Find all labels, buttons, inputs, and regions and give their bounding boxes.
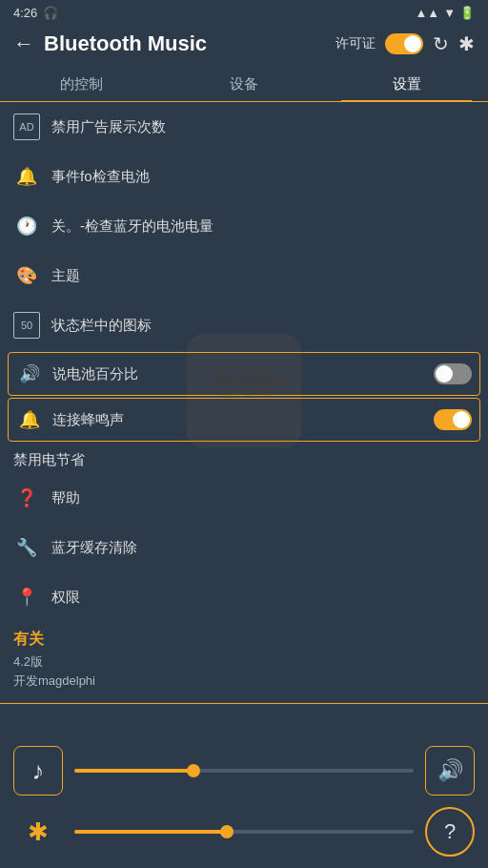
status-left: 4:26 🎧 <box>13 6 58 20</box>
connect-beep-label: 连接蜂鸣声 <box>52 411 424 429</box>
about-title: 有关 <box>13 630 475 650</box>
volume-button[interactable]: 🔊 <box>425 746 475 796</box>
bluetooth-header-icon[interactable]: ✱ <box>458 32 475 55</box>
about-section: 有关 4.2版 开发magdelphi <box>0 622 488 697</box>
connect-beep-toggle[interactable] <box>434 409 472 430</box>
back-button[interactable]: ← <box>13 31 34 56</box>
permit-toggle[interactable] <box>385 33 423 54</box>
refresh-icon[interactable]: ↻ <box>433 32 449 55</box>
bt-cache-label: 蓝牙缓存清除 <box>51 539 475 557</box>
bt-battery-label: 关。-检查蓝牙的电池电量 <box>51 217 475 236</box>
battery-check-label: 事件fo检查电池 <box>51 168 475 186</box>
clock-icon: 🕐 <box>13 213 40 239</box>
bell2-icon: 🔔 <box>16 406 43 433</box>
settings-item-bt-battery[interactable]: 🕐 关。-检查蓝牙的电池电量 <box>0 201 488 251</box>
volume-thumb[interactable] <box>187 764 200 777</box>
location-icon: 📍 <box>13 584 40 610</box>
volume-row: ♪ 🔊 <box>13 746 475 796</box>
about-version: 4.2版 <box>13 653 475 671</box>
toggle-battery-percent[interactable]: 🔊 说电池百分比 <box>8 352 480 396</box>
volume-fill <box>74 769 193 773</box>
toggle-connect-beep[interactable]: 🔔 连接蜂鸣声 <box>8 398 480 442</box>
settings-item-permissions[interactable]: 📍 权限 <box>0 572 488 622</box>
help-circle-button[interactable]: ? <box>425 807 475 857</box>
permissions-label: 权限 <box>51 589 475 607</box>
statusbar-icon: 50 <box>13 312 40 339</box>
help-circle-icon: ? <box>444 819 456 844</box>
permit-toggle-knob <box>404 35 421 52</box>
settings-item-bt-cache[interactable]: 🔧 蓝牙缓存清除 <box>0 523 488 572</box>
permit-label: 许可证 <box>336 35 376 52</box>
header-right: 许可证 ↻ ✱ <box>336 32 475 55</box>
battery-percent-knob <box>436 365 453 382</box>
page-title: Bluetooth Music <box>44 31 326 56</box>
wifi-icon: ▼ <box>443 6 456 20</box>
status-time: 4:26 <box>13 6 37 20</box>
settings-item-statusbar[interactable]: 50 状态栏中的图标 <box>0 300 488 350</box>
ads-label: 禁用广告展示次数 <box>51 118 475 136</box>
header: ← Bluetooth Music 许可证 ↻ ✱ <box>0 24 488 66</box>
tab-bar: 的控制 设备 设置 <box>0 66 488 102</box>
settings-list: AD 禁用广告展示次数 🔔 事件fo检查电池 🕐 关。-检查蓝牙的电池电量 🎨 … <box>0 102 488 704</box>
bt-thumb[interactable] <box>220 825 234 838</box>
theme-icon: 🎨 <box>13 262 40 289</box>
battery-percent-toggle[interactable] <box>434 363 472 384</box>
bell-icon: 🔔 <box>13 163 40 190</box>
bt-fill <box>74 830 227 834</box>
help-icon: ❓ <box>13 485 40 511</box>
ads-icon: AD <box>13 114 40 140</box>
tab-settings[interactable]: 设置 <box>325 66 488 101</box>
settings-item-battery-check[interactable]: 🔔 事件fo检查电池 <box>0 152 488 201</box>
about-developer: 开发magdelphi <box>13 672 475 690</box>
bluetooth-player-button[interactable]: ✱ <box>13 807 63 857</box>
status-right: ▲▲ ▼ 🔋 <box>415 6 475 20</box>
volume-slider[interactable] <box>74 769 414 773</box>
headphone-icon: 🎧 <box>43 6 58 20</box>
divider <box>0 703 488 704</box>
bottom-player: ♪ 🔊 ✱ ? <box>0 731 488 868</box>
bluetooth-row: ✱ ? <box>13 807 475 857</box>
bt-slider[interactable] <box>74 830 414 834</box>
music-note-button[interactable]: ♪ <box>13 746 63 796</box>
statusbar-label: 状态栏中的图标 <box>51 317 475 335</box>
settings-item-theme[interactable]: 🎨 主题 <box>0 251 488 300</box>
help-label: 帮助 <box>51 489 475 507</box>
settings-item-help[interactable]: ❓ 帮助 <box>0 473 488 523</box>
connect-beep-knob <box>453 411 470 428</box>
tab-controls[interactable]: 的控制 <box>0 66 163 101</box>
status-bar: 4:26 🎧 ▲▲ ▼ 🔋 <box>0 0 488 24</box>
wrench-icon: 🔧 <box>13 534 40 561</box>
volume-icon: 🔊 <box>437 758 463 783</box>
speaker-icon: 🔊 <box>16 361 43 387</box>
theme-label: 主题 <box>51 267 475 285</box>
section-disable-save: 禁用电节省 <box>0 444 488 473</box>
signal-icon: ▲▲ <box>415 6 439 20</box>
battery-icon: 🔋 <box>459 6 475 20</box>
battery-percent-label: 说电池百分比 <box>52 365 424 383</box>
settings-item-ads[interactable]: AD 禁用广告展示次数 <box>0 102 488 152</box>
tab-devices[interactable]: 设备 <box>163 66 326 101</box>
music-note-icon: ♪ <box>32 756 45 786</box>
bluetooth-player-icon: ✱ <box>28 817 49 847</box>
